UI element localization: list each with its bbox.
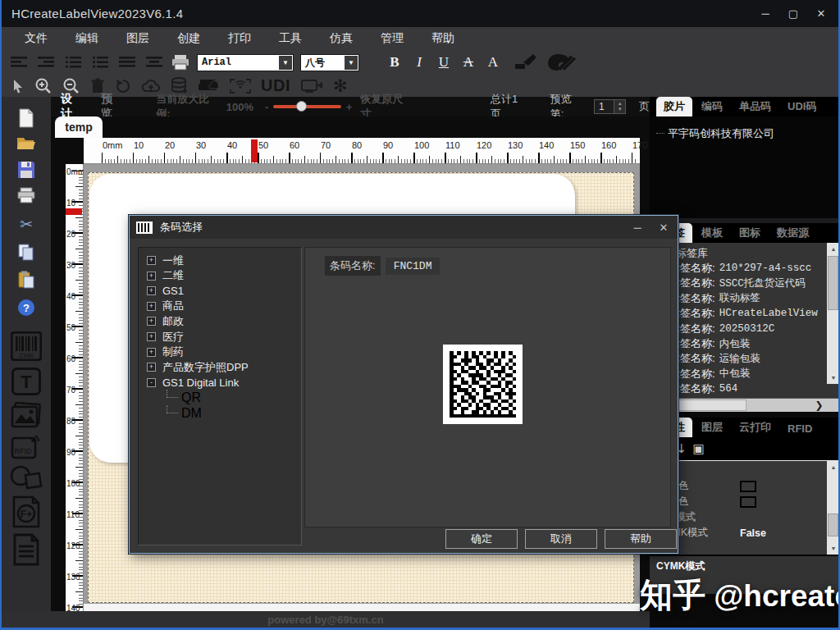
bulleted-list-icon[interactable] [92, 56, 110, 69]
menu-item-3[interactable]: 创建 [166, 29, 212, 48]
scroll-down-icon[interactable]: ▼ [827, 542, 840, 555]
tree-node[interactable]: +医疗 [147, 329, 184, 345]
expand-icon[interactable]: + [147, 317, 156, 326]
strikethrough-button[interactable]: A [456, 54, 481, 71]
video-camera-icon[interactable] [300, 78, 325, 94]
font-color-button[interactable]: A [481, 54, 505, 71]
tab-labels-2[interactable]: 图标 [732, 223, 768, 243]
scroll-right-icon[interactable]: ❯ [812, 399, 826, 412]
tab-film-3[interactable]: UDI码 [780, 97, 824, 116]
italic-button[interactable]: I [407, 54, 431, 71]
copy-icon[interactable] [17, 243, 35, 261]
tree-node[interactable]: -GS1 Digital Link [147, 375, 239, 390]
tree-node[interactable]: +二维 [147, 268, 184, 284]
expand-icon[interactable]: + [147, 302, 156, 311]
open-folder-icon[interactable] [16, 135, 36, 151]
cloud-upload-icon[interactable] [141, 79, 161, 94]
scroll-up-icon[interactable]: ▲ [827, 461, 840, 473]
expand-icon[interactable]: + [147, 286, 156, 295]
help-icon[interactable]: ? [17, 299, 35, 317]
list-item[interactable]: +标签名称:564 [656, 381, 819, 396]
menu-item-6[interactable]: 仿真 [318, 29, 364, 48]
tab-film-0[interactable]: 胶片 [656, 97, 692, 116]
ok-button[interactable]: 确定 [445, 529, 518, 549]
tab-labels-1[interactable]: 模板 [694, 223, 730, 243]
close-button[interactable]: ✕ [809, 3, 833, 25]
scroll-up-icon[interactable]: ▲ [827, 243, 840, 255]
expand-icon[interactable]: + [147, 332, 156, 341]
zoom-slider[interactable] [273, 105, 340, 108]
menu-item-7[interactable]: 管理 [369, 29, 415, 48]
document-tool-icon[interactable] [12, 533, 40, 566]
color-swatch[interactable] [740, 481, 756, 492]
tree-child-node[interactable]: DM [167, 405, 202, 421]
list-item[interactable]: +标签名称:20250312C [656, 322, 819, 336]
barcode-tool-icon[interactable]: 2390 [11, 331, 42, 361]
tree-node[interactable]: +邮政 [147, 313, 184, 329]
cut-icon[interactable]: ✂ [20, 215, 33, 234]
image-tool-icon[interactable] [11, 402, 42, 430]
tree-node[interactable]: +一维 [147, 253, 184, 268]
paste-icon[interactable] [17, 271, 35, 289]
list-item[interactable]: +标签名称:联动标签 [656, 291, 819, 306]
page-number-stepper[interactable]: ▲▼ [614, 99, 626, 114]
underline-button[interactable]: U [431, 54, 456, 71]
tab-film-1[interactable]: 编码 [694, 97, 730, 116]
tab-props-1[interactable]: 图层 [694, 418, 730, 437]
align-left-icon[interactable] [11, 56, 29, 69]
expand-icon[interactable]: + [147, 256, 156, 265]
udi-button[interactable]: UDI [261, 76, 290, 95]
font-size-select[interactable]: 八号 ▼ [300, 54, 359, 71]
align-right-icon[interactable] [38, 56, 56, 69]
expand-icon[interactable]: + [147, 272, 156, 281]
tab-props-3[interactable]: RFID [780, 420, 819, 437]
zoom-slider-thumb[interactable] [296, 101, 307, 112]
print-icon[interactable] [171, 54, 190, 71]
help-button[interactable]: 帮助 [605, 529, 677, 549]
minimize-button[interactable]: ─ [753, 3, 778, 25]
tab-film-2[interactable]: 单品码 [732, 97, 778, 116]
rfid-tool-icon[interactable]: RFID [11, 433, 42, 461]
list-item[interactable]: +标签名称:SSCC托盘货运代码 [656, 276, 819, 290]
save-icon[interactable] [17, 161, 35, 179]
palette-icon[interactable] [546, 52, 578, 72]
zoom-in-icon[interactable] [34, 77, 52, 95]
chevron-down-icon[interactable]: ▼ [279, 56, 292, 70]
list-item[interactable]: +标签名称:中包装 [656, 367, 819, 381]
tree-node[interactable]: +制药 [147, 345, 184, 360]
scrollbar-thumb[interactable] [828, 256, 838, 310]
tab-labels-3[interactable]: 数据源 [769, 223, 816, 243]
menu-item-0[interactable]: 文件 [13, 29, 59, 48]
function-tool-icon[interactable]: F+ [11, 495, 41, 528]
cancel-button[interactable]: 取消 [525, 529, 597, 549]
zoom-minus-button[interactable]: - [265, 101, 268, 113]
tab-props-2[interactable]: 云打印 [732, 418, 778, 437]
font-family-select[interactable]: Arial ▼ [197, 54, 294, 71]
list-item[interactable]: +标签名称:运输包装 [656, 351, 819, 366]
categorized-icon[interactable]: ▣ [693, 441, 705, 456]
dialog-close-button[interactable]: ✕ [651, 216, 676, 239]
align-justify-icon[interactable] [119, 56, 137, 69]
zoom-plus-button[interactable]: + [346, 101, 353, 113]
text-tool-icon[interactable]: T [11, 368, 41, 395]
tree-node[interactable]: +GS1 [147, 283, 184, 299]
dialog-title-bar[interactable]: 条码选择 ─ ✕ [130, 216, 678, 239]
color-swatch[interactable] [740, 496, 756, 508]
scroll-down-icon[interactable]: ▼ [827, 372, 840, 384]
numbered-list-icon[interactable] [65, 56, 83, 69]
menu-item-4[interactable]: 打印 [217, 29, 262, 48]
tree-child-node[interactable]: QR [167, 390, 201, 405]
tree-node[interactable]: +产品数字护照DPP [147, 359, 249, 375]
ai-spiral-icon[interactable]: ✻ [333, 76, 348, 96]
vertical-scrollbar[interactable]: ▲ ▼ [827, 461, 840, 555]
list-item[interactable]: +标签名称:HCreateLabelView [656, 306, 819, 321]
print-tool-icon[interactable] [16, 187, 36, 203]
page-number-input[interactable]: 1 [594, 99, 614, 114]
tree-node[interactable]: +商品 [147, 299, 184, 314]
menu-item-1[interactable]: 编辑 [64, 29, 110, 48]
bold-button[interactable]: B [382, 54, 407, 71]
cursor-icon[interactable] [11, 79, 25, 94]
menu-item-5[interactable]: 工具 [267, 29, 313, 48]
wifi-scan-icon[interactable] [230, 78, 251, 94]
shapes-tool-icon[interactable] [10, 464, 43, 491]
